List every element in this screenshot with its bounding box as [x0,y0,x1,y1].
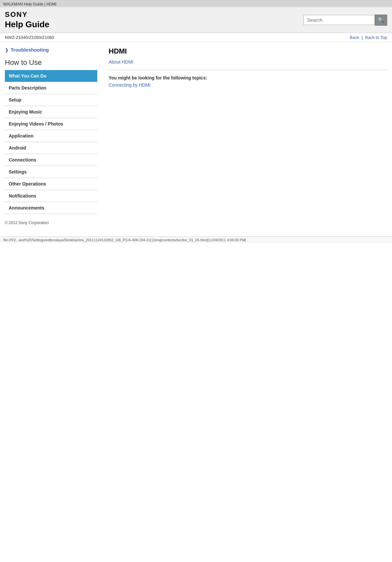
nav-separator: | [362,35,362,40]
sidebar-item-link-parts-description[interactable]: Parts Description [5,82,97,94]
back-to-top-link[interactable]: Back to Top [365,35,387,40]
sidebar-item-enjoying-music[interactable]: Enjoying Music [5,106,97,118]
troubleshooting-link[interactable]: Troubleshooting [11,47,49,53]
sidebar-item-settings[interactable]: Settings [5,166,97,178]
device-model: NWZ-Z1040/Z1050/Z1060 [5,35,54,40]
sony-logo: SONY [5,10,49,19]
how-to-use-heading: How to Use [5,58,97,67]
copyright: © 2012 Sony Corporation [5,221,97,225]
sidebar-item-application[interactable]: Application [5,130,97,142]
sidebar-item-link-other-operations[interactable]: Other Operations [5,178,97,190]
search-area: 🔍 [303,15,387,26]
sidebar-item-notifications[interactable]: Notifications [5,190,97,202]
footer-text: file:///F|/...and%20Settings/editoralaya… [3,238,246,242]
sidebar-item-parts-description[interactable]: Parts Description [5,82,97,94]
sidebar-item-link-connections[interactable]: Connections [5,154,97,166]
nav-bar: NWZ-Z1040/Z1050/Z1060 Back | Back to Top [0,33,392,42]
sidebar-item-link-enjoying-music[interactable]: Enjoying Music [5,106,97,118]
sidebar-item-what-you-can-do[interactable]: What You Can Do [5,70,97,82]
help-guide-title: Help Guide [5,19,49,30]
sidebar-item-link-announcements[interactable]: Announcements [5,202,97,214]
search-button[interactable]: 🔍 [375,15,387,26]
header-branding: SONY Help Guide [5,10,49,30]
search-input[interactable] [303,15,375,25]
sidebar-item-link-application[interactable]: Application [5,130,97,142]
chevron-right-icon: ❱ [5,47,9,53]
sidebar-item-link-android[interactable]: Android [5,142,97,154]
sidebar-nav: What You Can Do Parts Description Setup … [5,70,97,214]
sidebar-item-other-operations[interactable]: Other Operations [5,178,97,190]
troubleshooting-section[interactable]: ❱ Troubleshooting [5,47,97,53]
main-content: HDMI About HDMI You might be looking for… [102,47,387,225]
content-title: HDMI [109,47,387,55]
page-footer: file:///F|/...and%20Settings/editoralaya… [0,236,392,243]
sidebar: ❱ Troubleshooting How to Use What You Ca… [5,47,102,225]
sidebar-item-connections[interactable]: Connections [5,154,97,166]
sidebar-item-android[interactable]: Android [5,142,97,154]
main-container: ❱ Troubleshooting How to Use What You Ca… [0,42,392,230]
sidebar-item-link-notifications[interactable]: Notifications [5,190,97,202]
browser-tab-title: WALKMAN Help Guide | HDMI [3,2,56,6]
content-divider [109,70,387,70]
back-link[interactable]: Back [350,35,359,40]
sidebar-item-announcements[interactable]: Announcements [5,202,97,214]
related-topics-label: You might be looking for the following t… [109,75,387,80]
sidebar-item-link-what-you-can-do[interactable]: What You Can Do [5,70,97,82]
connecting-by-hdmi-link[interactable]: Connecting by HDMI [109,82,150,88]
search-icon: 🔍 [378,17,384,23]
sidebar-item-link-setup[interactable]: Setup [5,94,97,106]
browser-tab: WALKMAN Help Guide | HDMI [0,0,392,7]
sidebar-item-link-settings[interactable]: Settings [5,166,97,178]
sidebar-item-link-enjoying-videos-photos[interactable]: Enjoying Videos / Photos [5,118,97,130]
page-header: SONY Help Guide 🔍 [0,7,392,33]
nav-links: Back | Back to Top [350,35,387,40]
about-hdmi-link[interactable]: About HDMI [109,59,387,65]
sidebar-item-enjoying-videos-photos[interactable]: Enjoying Videos / Photos [5,118,97,130]
sidebar-item-setup[interactable]: Setup [5,94,97,106]
